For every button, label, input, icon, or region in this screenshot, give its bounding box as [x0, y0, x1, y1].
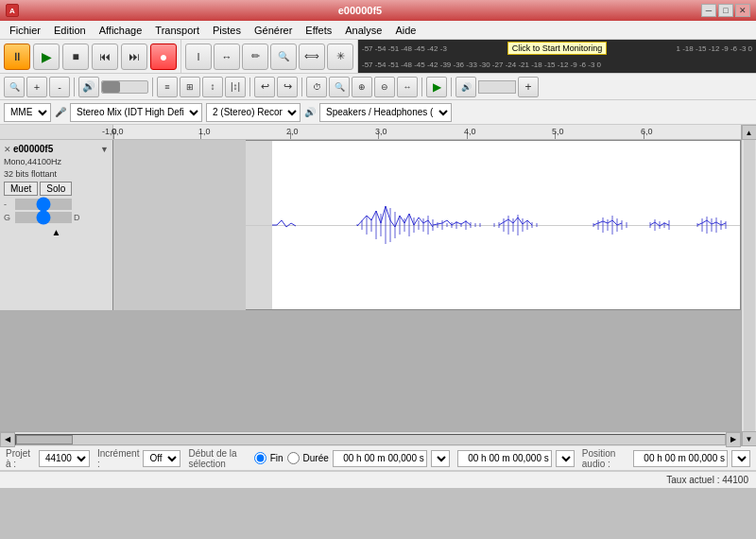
pan-knob[interactable] [15, 212, 72, 223]
selection-unit[interactable]: s [431, 450, 450, 467]
volume-slider[interactable] [101, 80, 148, 94]
app-icon: A [6, 4, 19, 17]
mute-button[interactable]: Muet [4, 182, 38, 196]
position-unit[interactable]: s [731, 450, 750, 467]
menu-aide[interactable]: Aide [389, 23, 421, 38]
selection-input[interactable]: 00 h 00 m 00,000 s [333, 450, 427, 467]
ruler-mark-6: 6,0 [641, 127, 653, 136]
fin-unit[interactable]: s [556, 450, 575, 467]
timeline-ruler: -1,0 0,0 1,0 2,0 3,0 4,0 5,0 6,0 [0, 125, 741, 140]
v-scroll-down-button[interactable]: ▼ [742, 431, 757, 446]
tool-zoom-c[interactable]: ⊖ [374, 77, 395, 97]
v-scroll-track[interactable] [744, 140, 755, 431]
waveform-area[interactable]: 1,0 0,5 0,0 -0,5 -1,0 [113, 140, 741, 310]
increment-select[interactable]: Off [143, 450, 180, 467]
ruler-mark-5: 5,0 [552, 127, 564, 136]
scroll-thumb[interactable] [16, 435, 73, 444]
track-mute-solo: Muet Solo [4, 182, 109, 196]
ruler-mark-1: 1,0 [198, 127, 211, 136]
empty-scroll-area[interactable] [0, 310, 741, 431]
scroll-right-button[interactable]: ▶ [726, 432, 741, 447]
increment-group: Incrément : Off [97, 448, 180, 469]
menu-pistes[interactable]: Pistes [207, 23, 247, 38]
select-tool[interactable]: ↔ [214, 43, 240, 70]
track-menu-icon[interactable]: ▼ [100, 145, 109, 154]
projet-select[interactable]: 44100 [39, 450, 90, 467]
tool-btn-3[interactable]: ↕ [202, 77, 223, 97]
solo-button[interactable]: Solo [40, 182, 72, 196]
tool-zoom-b[interactable]: ⊕ [352, 77, 372, 97]
tool-btn-1[interactable]: ≡ [157, 77, 178, 97]
fin-value-group: 00 h 00 m 00,000 s s [457, 450, 575, 467]
undo-button[interactable]: ↩ [254, 77, 275, 97]
volume-row: - [4, 199, 109, 210]
zoom-in-button[interactable]: + [26, 77, 47, 97]
record-button[interactable]: ● [150, 43, 177, 70]
device-toolbar: MME 🎤 Stereo Mix (IDT High Definitio... … [0, 100, 756, 125]
play-button[interactable]: ▶ [33, 43, 60, 70]
pan-label: D [74, 213, 83, 222]
track-close-icon[interactable]: ✕ [4, 145, 11, 154]
position-label: Position audio : [582, 448, 629, 469]
speaker-icon: 🔊 [304, 107, 316, 117]
tool-time[interactable]: ⏱ [306, 77, 327, 97]
host-select[interactable]: MME [4, 103, 51, 122]
menu-effets[interactable]: Effets [300, 23, 337, 38]
menu-transport[interactable]: Transport [149, 23, 205, 38]
click-to-start-monitoring[interactable]: Click to Start Monitoring [507, 42, 608, 55]
h-scrollbar: ◀ ▶ [0, 431, 741, 446]
volume-icon: 🔊 [78, 77, 99, 97]
fin-duree-radio: Fin Durée [254, 452, 329, 464]
menu-affichage[interactable]: Affichage [94, 23, 148, 38]
menu-edition[interactable]: Edition [48, 23, 92, 38]
selection-group: Début de la sélection Fin Durée 00 h 00 … [188, 448, 449, 469]
menu-fichier[interactable]: Fichier [4, 23, 46, 38]
pause-button[interactable]: ⏸ [4, 43, 30, 70]
pan-row: G D [4, 212, 109, 223]
play-green-button[interactable]: ▶ [426, 77, 447, 97]
zoom-out-button[interactable]: - [49, 77, 70, 97]
mic-icon: 🎤 [55, 107, 66, 117]
increment-label: Incrément : [97, 448, 139, 469]
output-slider[interactable] [478, 80, 516, 94]
scroll-track[interactable] [15, 434, 726, 445]
tool-zoom-a[interactable]: 🔍 [329, 77, 350, 97]
zoom-tool[interactable]: 🔍 [270, 43, 297, 70]
cursor-tool[interactable]: I [185, 43, 212, 70]
menu-generer[interactable]: Générer [249, 23, 298, 38]
maximize-button[interactable]: □ [718, 4, 733, 17]
time-shift-tool[interactable]: ⟺ [299, 43, 325, 70]
gain-label: G [4, 213, 13, 222]
minimize-button[interactable]: ─ [701, 4, 716, 17]
scroll-left-button[interactable]: ◀ [0, 432, 15, 447]
v-scroll-up-button[interactable]: ▲ [742, 125, 757, 140]
draw-tool[interactable]: ✏ [242, 43, 268, 70]
redo-button[interactable]: ↪ [277, 77, 298, 97]
input-select[interactable]: Stereo Mix (IDT High Definitio... [70, 103, 202, 122]
fin-radio[interactable] [254, 452, 266, 464]
tool-btn-2[interactable]: ⊞ [180, 77, 200, 97]
tool-zoom-d[interactable]: ↔ [397, 77, 418, 97]
fast-forward-button[interactable]: ⏭ [121, 43, 147, 70]
duree-radio[interactable] [287, 452, 300, 464]
collapse-icon[interactable]: ▲ [52, 227, 61, 237]
rewind-button[interactable]: ⏮ [92, 43, 118, 70]
plus-btn[interactable]: + [518, 77, 539, 97]
fin-input[interactable]: 00 h 00 m 00,000 s [457, 450, 552, 467]
track-area: ✕ e00000f5 ▼ Mono,44100Hz 32 bits flotta… [0, 140, 741, 310]
tool-btn-4[interactable]: |↕| [225, 77, 246, 97]
output-select[interactable]: Speakers / Headphones (IDT H... [319, 103, 452, 122]
fit-zoom-button[interactable]: 🔍 [4, 77, 25, 97]
ruler-mark-4: 4,0 [464, 127, 476, 136]
volume-knob[interactable] [15, 199, 72, 210]
v-scrollbar: ▲ ▼ [741, 125, 756, 446]
status-bar: Projet à : 44100 Incrément : Off Début d… [0, 446, 756, 471]
duree-label: Durée [303, 453, 329, 463]
position-input[interactable]: 00 h 00 m 00,000 s [633, 450, 728, 467]
multi-tool[interactable]: ✳ [327, 43, 353, 70]
menu-analyse[interactable]: Analyse [339, 23, 387, 38]
speaker-btn[interactable]: 🔊 [455, 77, 476, 97]
channels-select[interactable]: 2 (Stereo) Recor... [206, 103, 301, 122]
close-button[interactable]: ✕ [735, 4, 750, 17]
stop-button[interactable]: ■ [62, 43, 89, 70]
